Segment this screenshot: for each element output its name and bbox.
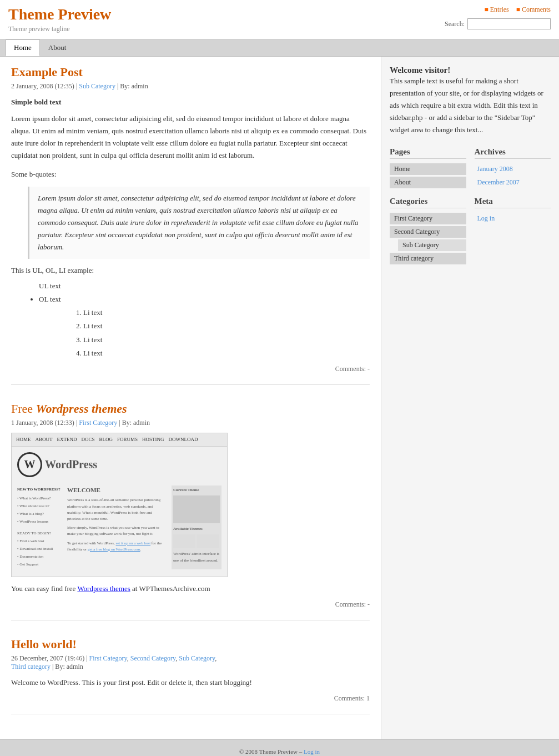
sidebar-welcome-text: This sample text is useful for making a … bbox=[390, 75, 551, 136]
sidebar-cols: Pages Home About Categories First Catego… bbox=[390, 147, 551, 266]
post-content-example: Simple bold text Lorem ipsum dolor sit a… bbox=[11, 96, 370, 359]
wp-welcome-text: WordPress is a state-of-the-art semantic… bbox=[67, 497, 166, 522]
wp-admin-text: WordPress' admin interface is one of the… bbox=[173, 551, 220, 564]
sidebar-welcome-title: Welcome visitor! bbox=[390, 65, 551, 75]
wp-theme-preview bbox=[173, 495, 220, 523]
wp-left-nav: NEW TO WORDPRESS? • What is WordPress? •… bbox=[17, 485, 62, 569]
wp-nav-docs: DOCS bbox=[82, 435, 95, 444]
page-wrapper: Example Post 2 January, 2008 (12:35) | S… bbox=[0, 57, 559, 739]
wp-nav-blog: BLOG bbox=[99, 435, 113, 444]
list-item: Li text bbox=[83, 347, 370, 359]
sidebar-cat-sub-link[interactable]: Sub Category bbox=[398, 239, 466, 251]
post-example: Example Post 2 January, 2008 (12:35) | S… bbox=[11, 65, 370, 385]
wp-available-label: Available Themes bbox=[173, 526, 220, 533]
sidebar-cat-first-link[interactable]: First Category bbox=[390, 213, 466, 224]
post-wp-link[interactable]: Wordpress themes bbox=[77, 584, 130, 593]
post-blockquote: Lorem ipsum dolor sit amet, consectetur … bbox=[28, 187, 370, 259]
sidebar-cat-third: Third category bbox=[390, 253, 466, 264]
site-footer: © 2008 Theme Preview – Log in Powered by… bbox=[0, 739, 559, 756]
comments-feed-link[interactable]: ■ Comments bbox=[516, 6, 551, 13]
list-item: OL text Li text Li text Li text Li text bbox=[39, 293, 370, 359]
post-cat2-hello[interactable]: Second Category bbox=[130, 654, 176, 662]
post-cat4-hello[interactable]: Third category bbox=[11, 663, 51, 670]
sidebar-archive-dec: December 2007 bbox=[475, 177, 551, 188]
sidebar-pages-title: Pages bbox=[390, 147, 466, 159]
wp-nav-forums: FORUMS bbox=[117, 435, 138, 444]
post-cat-example[interactable]: Sub Category bbox=[79, 82, 115, 90]
wp-logo-text: WordPress bbox=[45, 455, 97, 474]
sidebar-page-home: Home bbox=[390, 163, 466, 175]
post-content-hello: Welcome to WordPress. This is your first… bbox=[11, 677, 370, 689]
list-item: Li text bbox=[83, 320, 370, 332]
wp-content-body: NEW TO WORDPRESS? • What is WordPress? •… bbox=[12, 483, 227, 572]
sidebar-welcome-widget: Welcome visitor! This sample text is use… bbox=[390, 65, 551, 136]
wp-nav-item: • Documentation bbox=[17, 554, 62, 560]
post-date-wp: 1 January, 2008 (12:33) bbox=[11, 419, 74, 427]
post-ol: Li text Li text Li text Li text bbox=[83, 307, 370, 359]
nav-bar: Home About bbox=[0, 39, 559, 57]
wp-right-panel: Current Theme Available Themes WordPress… bbox=[172, 485, 221, 569]
wp-nav-item2: READY TO BEGIN? bbox=[17, 530, 62, 537]
wp-nav-item: NEW TO WORDPRESS? bbox=[17, 487, 62, 493]
sidebar-categories-title: Categories bbox=[390, 197, 466, 208]
post-title-example: Example Post bbox=[11, 65, 370, 79]
header-right: ■ Entries ■ Comments Search: bbox=[445, 6, 551, 29]
wp-nav-item: • Find a web host bbox=[17, 538, 62, 545]
post-title-link-example[interactable]: Example Post bbox=[11, 65, 83, 79]
sidebar-cat-second-link[interactable]: Second Category bbox=[390, 226, 466, 238]
post-body-wp: You can easy find free Wordpress themes … bbox=[11, 583, 370, 595]
list-item: Li text bbox=[83, 307, 370, 319]
search-label: Search: bbox=[445, 20, 465, 28]
wp-nav-item: • Get Support bbox=[17, 562, 62, 568]
sidebar-meta-title: Meta bbox=[475, 197, 551, 208]
post-meta-wp: 1 January, 2008 (12:33) | First Category… bbox=[11, 419, 370, 427]
wp-main-content: WELCOME WordPress is a state-of-the-art … bbox=[67, 485, 166, 569]
footer-copy-text: © 2008 Theme Preview – bbox=[239, 748, 302, 755]
wp-nav-item: • Download and install bbox=[17, 546, 62, 553]
sidebar-page-about-link[interactable]: About bbox=[390, 177, 466, 188]
sidebar-page-about: About bbox=[390, 177, 466, 188]
post-meta-hello: 26 December, 2007 (19:46) | First Catego… bbox=[11, 654, 370, 671]
site-header: Theme Preview Theme preview tagline ■ En… bbox=[0, 0, 559, 39]
wp-current-theme-label: Current Theme bbox=[173, 487, 220, 494]
post-title-link-wp[interactable]: Free Wordpress themes bbox=[11, 402, 127, 415]
post-paragraph: Lorem ipsum dolor sit amet, consectetur … bbox=[11, 113, 370, 162]
sidebar-cat-first: First Category bbox=[390, 213, 466, 224]
sidebar-archive-jan-link[interactable]: January 2008 bbox=[475, 163, 551, 175]
wp-nav-item: • WordPress lessons bbox=[17, 519, 62, 525]
post-author-hello: admin bbox=[67, 663, 83, 670]
wp-welcome-heading: WELCOME bbox=[67, 485, 166, 495]
post-body-text2-wp: at WPThemesArchive.com bbox=[132, 584, 210, 593]
entries-feed-link[interactable]: ■ Entries bbox=[484, 6, 510, 13]
rss-icon2: ■ bbox=[516, 6, 520, 13]
nav-tab-about[interactable]: About bbox=[40, 39, 75, 56]
post-comments-hello: Comments: 1 bbox=[11, 694, 370, 703]
header-feeds: ■ Entries ■ Comments bbox=[445, 6, 551, 14]
entries-feed-label: Entries bbox=[490, 6, 509, 13]
post-body-hello: Welcome to WordPress. This is your first… bbox=[11, 677, 370, 689]
sidebar-meta-list: Log in bbox=[475, 213, 551, 224]
main-content: Example Post 2 January, 2008 (12:35) | S… bbox=[0, 57, 381, 739]
sidebar-archives-col: Archives January 2008 December 2007 Meta… bbox=[475, 147, 551, 266]
search-input[interactable] bbox=[467, 18, 551, 29]
post-title-wp: Free Wordpress themes bbox=[11, 402, 370, 416]
sidebar-archive-jan: January 2008 bbox=[475, 163, 551, 175]
post-cat-wp[interactable]: First Category bbox=[79, 419, 117, 427]
footer-login-link[interactable]: Log in bbox=[304, 748, 320, 755]
nav-tab-home[interactable]: Home bbox=[6, 39, 40, 56]
post-cat3-hello[interactable]: Sub Category bbox=[179, 654, 215, 662]
sidebar-archives-title: Archives bbox=[475, 147, 551, 159]
wp-available-themes bbox=[173, 534, 220, 548]
sidebar-page-home-link[interactable]: Home bbox=[390, 163, 466, 175]
sidebar: Welcome visitor! This sample text is use… bbox=[381, 57, 559, 739]
post-title-link-hello[interactable]: Hello world! bbox=[11, 637, 77, 651]
post-cat1-hello[interactable]: First Category bbox=[89, 654, 127, 662]
post-hello: Hello world! 26 December, 2007 (19:46) |… bbox=[11, 637, 370, 714]
wp-welcome-text2: More simply, WordPress is what you use w… bbox=[67, 525, 166, 537]
post-ul: OL text Li text Li text Li text Li text bbox=[39, 293, 370, 359]
site-title: Theme Preview bbox=[8, 6, 111, 23]
sidebar-meta-login-link[interactable]: Log in bbox=[475, 213, 551, 224]
sidebar-cat-third-link[interactable]: Third category bbox=[390, 253, 466, 264]
sidebar-pages-list: Home About bbox=[390, 163, 466, 188]
sidebar-archive-dec-link[interactable]: December 2007 bbox=[475, 177, 551, 188]
